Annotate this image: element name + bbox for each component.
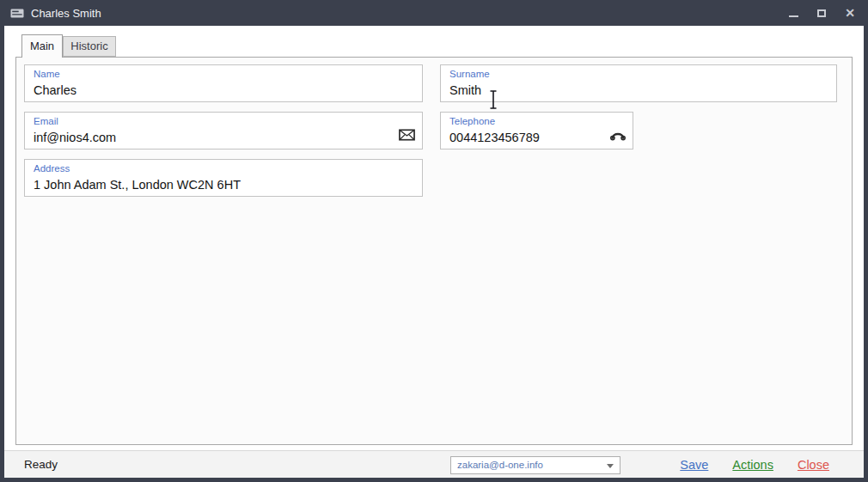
surname-field[interactable]: Surname Smith: [440, 64, 837, 102]
chevron-down-icon: [607, 464, 614, 468]
statusbar: Ready zakaria@d-one.info Save Actions Cl…: [4, 450, 864, 478]
address-value: 1 John Adam St., London WC2N 6HT: [34, 178, 241, 192]
save-button[interactable]: Save: [680, 458, 708, 472]
close-button[interactable]: Close: [798, 458, 829, 472]
address-field[interactable]: Address 1 John Adam St., London WC2N 6HT: [24, 159, 423, 197]
name-label: Name: [34, 69, 60, 79]
actions-button[interactable]: Actions: [732, 458, 773, 472]
envelope-icon[interactable]: [399, 129, 415, 141]
telephone-value: 0044123456789: [449, 131, 540, 144]
phone-handset-icon[interactable]: [610, 131, 626, 141]
name-field[interactable]: Name Charles: [24, 64, 423, 102]
close-icon[interactable]: ✕: [840, 3, 859, 22]
email-label: Email: [34, 116, 58, 126]
app-window: Charles Smith ✕ Historic Main Name Charl…: [0, 0, 868, 482]
surname-label: Surname: [449, 69, 490, 79]
titlebar: Charles Smith ✕: [0, 0, 868, 26]
maximize-icon[interactable]: [812, 3, 831, 22]
address-label: Address: [34, 163, 70, 174]
minimize-icon[interactable]: [784, 3, 803, 22]
window-title: Charles Smith: [31, 7, 101, 20]
email-value: inf@nios4.com: [34, 131, 116, 144]
statusbar-links: Save Actions Close: [680, 451, 829, 478]
surname-value: Smith: [449, 83, 481, 97]
account-dropdown-value: zakaria@d-one.info: [457, 457, 543, 473]
status-text: Ready: [24, 451, 58, 478]
telephone-label: Telephone: [449, 116, 495, 126]
telephone-field[interactable]: Telephone 0044123456789: [440, 112, 633, 149]
window-controls: ✕: [784, 0, 859, 26]
contact-card-icon: [10, 9, 24, 18]
tab-main[interactable]: Main: [21, 34, 63, 58]
tab-historic[interactable]: Historic: [63, 36, 116, 57]
name-value: Charles: [34, 83, 76, 97]
account-dropdown[interactable]: zakaria@d-one.info: [450, 456, 620, 474]
email-field[interactable]: Email inf@nios4.com: [24, 112, 423, 149]
